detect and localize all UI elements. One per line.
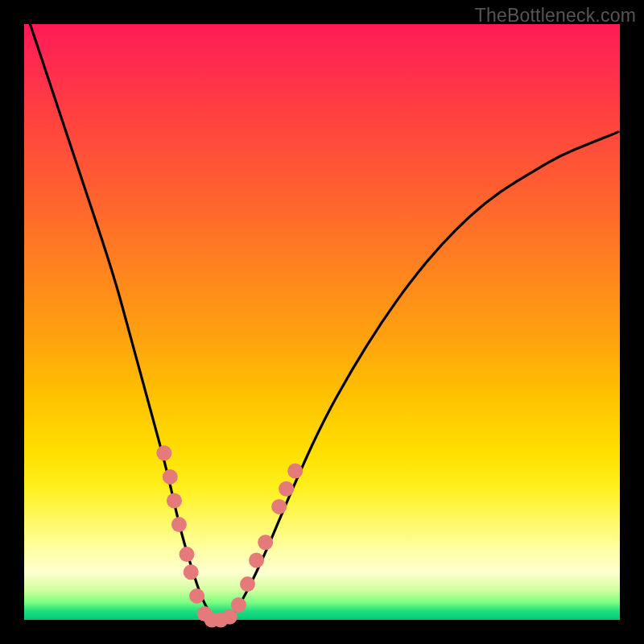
data-point	[184, 564, 199, 580]
bottleneck-curve	[24, 6, 620, 620]
data-point	[287, 464, 303, 479]
watermark-label: TheBottleneck.com	[475, 5, 636, 27]
data-point	[240, 576, 255, 592]
data-point	[189, 588, 204, 604]
plot-area	[24, 24, 620, 620]
data-point	[167, 493, 182, 509]
data-point	[171, 517, 187, 532]
data-point	[279, 481, 294, 497]
data-point	[231, 597, 246, 613]
data-point	[156, 445, 171, 460]
data-point	[249, 553, 264, 568]
data-markers	[156, 445, 303, 627]
data-point	[163, 469, 178, 485]
data-point	[271, 499, 287, 514]
data-point	[258, 535, 273, 550]
chart-svg	[24, 24, 620, 620]
data-point	[180, 547, 195, 562]
